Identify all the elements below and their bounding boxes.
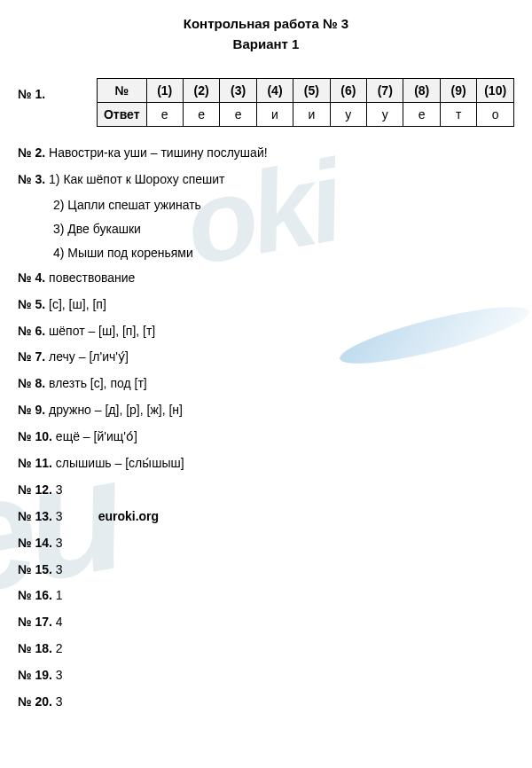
col-header: (2) — [183, 79, 219, 103]
question-text: 1) Как шёпот к Шороху спешит — [49, 172, 224, 186]
answer-cell: е — [183, 103, 219, 127]
question-3: № 3. 1) Как шёпот к Шороху спешит — [18, 171, 514, 188]
question-7: № 7. лечу – [л'ич'у́] — [18, 349, 514, 365]
question-label: № 4. — [18, 270, 45, 285]
answer-cell: и — [256, 103, 293, 127]
question-text: 3 — [56, 668, 63, 682]
header-row-label: № — [97, 79, 146, 103]
question-12: № 12. 3 — [18, 482, 514, 498]
question-text: 3 — [56, 562, 63, 576]
question-3-sub: 2) Цапли спешат ужинать — [53, 198, 514, 212]
question-text: влезть [с], под [т] — [49, 376, 147, 390]
question-text: повествование — [49, 270, 135, 285]
question-label: № 14. — [18, 536, 52, 550]
question-label: № 19. — [18, 668, 52, 682]
col-header: (9) — [440, 79, 476, 103]
question-13: № 13. 3euroki.org — [18, 508, 514, 525]
question-14: № 14. 3 — [18, 535, 514, 552]
question-text: шёпот – [ш], [п], [т] — [49, 324, 155, 338]
question-text: Навостри-ка уши – тишину послушай! — [49, 145, 268, 160]
question-3-sub: 4) Мыши под кореньями — [53, 246, 514, 260]
question-1-label: № 1. — [18, 78, 97, 101]
question-text: ещё – [й'ищ'о́] — [56, 429, 137, 443]
col-header: (7) — [367, 79, 403, 103]
question-label: № 12. — [18, 482, 52, 497]
question-label: № 8. — [18, 376, 45, 390]
question-label: № 18. — [18, 641, 52, 655]
question-2: № 2. Навостри-ка уши – тишину послушай! — [18, 145, 514, 161]
table-answer-row: Ответ е е е и и у у е т о — [97, 103, 513, 127]
answer-cell: е — [146, 103, 183, 127]
answer-cell: е — [220, 103, 256, 127]
question-17: № 17. 4 — [18, 614, 514, 631]
question-15: № 15. 3 — [18, 561, 514, 578]
question-4: № 4. повествование — [18, 270, 514, 286]
col-header: (3) — [220, 79, 256, 103]
document-content: Контрольная работа № 3 Вариант 1 № 1. № … — [18, 16, 514, 710]
question-label: № 3. — [18, 172, 45, 186]
question-label: № 20. — [18, 694, 52, 709]
question-text: 4 — [56, 615, 63, 629]
col-header: (10) — [477, 79, 514, 103]
question-label: № 7. — [18, 349, 45, 364]
question-label: № 16. — [18, 588, 52, 602]
question-label: № 5. — [18, 297, 45, 311]
answer-cell: о — [477, 103, 514, 127]
question-text: 2 — [56, 641, 63, 655]
col-header: (5) — [293, 79, 330, 103]
question-label: № 2. — [18, 145, 45, 160]
question-8: № 8. влезть [с], под [т] — [18, 375, 514, 392]
question-label: № 6. — [18, 324, 45, 338]
answer-table: № (1) (2) (3) (4) (5) (6) (7) (8) (9) (1… — [97, 78, 514, 127]
question-9: № 9. дружно – [д], [р], [ж], [н] — [18, 402, 514, 419]
question-18: № 18. 2 — [18, 640, 514, 657]
answer-cell: и — [293, 103, 330, 127]
table-header-row: № (1) (2) (3) (4) (5) (6) (7) (8) (9) (1… — [97, 79, 513, 103]
question-label: № 11. — [18, 456, 52, 470]
watermark-inline-text: euroki.org — [98, 509, 159, 523]
page-subtitle: Вариант 1 — [18, 36, 514, 51]
answer-cell: е — [403, 103, 440, 127]
question-text: 3 — [56, 536, 63, 550]
col-header: (4) — [256, 79, 293, 103]
answer-cell: т — [440, 103, 476, 127]
question-11: № 11. слышишь – [слы́шыш] — [18, 455, 514, 472]
col-header: (6) — [330, 79, 366, 103]
question-16: № 16. 1 — [18, 587, 514, 604]
question-label: № 15. — [18, 562, 52, 576]
question-text: 3 — [56, 694, 63, 709]
question-label: № 9. — [18, 403, 45, 417]
question-text: 1 — [56, 588, 63, 602]
answer-cell: у — [330, 103, 366, 127]
question-label: № 10. — [18, 429, 52, 443]
question-text: [с], [ш], [п] — [49, 297, 106, 311]
question-text: лечу – [л'ич'у́] — [49, 349, 129, 364]
question-19: № 19. 3 — [18, 667, 514, 684]
question-text: 3 — [56, 509, 63, 523]
page-title: Контрольная работа № 3 — [18, 16, 514, 31]
question-label: № 17. — [18, 615, 52, 629]
question-10: № 10. ещё – [й'ищ'о́] — [18, 428, 514, 445]
question-3-sub: 3) Две букашки — [53, 222, 514, 236]
col-header: (8) — [403, 79, 440, 103]
question-6: № 6. шёпот – [ш], [п], [т] — [18, 323, 514, 340]
question-5: № 5. [с], [ш], [п] — [18, 296, 514, 313]
question-label: № 13. — [18, 509, 52, 523]
question-1: № 1. № (1) (2) (3) (4) (5) (6) (7) (8) (… — [18, 78, 514, 127]
question-text: дружно – [д], [р], [ж], [н] — [49, 403, 183, 417]
question-20: № 20. 3 — [18, 694, 514, 710]
col-header: (1) — [146, 79, 183, 103]
answer-row-label: Ответ — [97, 103, 146, 127]
question-text: 3 — [56, 482, 63, 497]
answer-cell: у — [367, 103, 403, 127]
question-text: слышишь – [слы́шыш] — [56, 456, 184, 470]
